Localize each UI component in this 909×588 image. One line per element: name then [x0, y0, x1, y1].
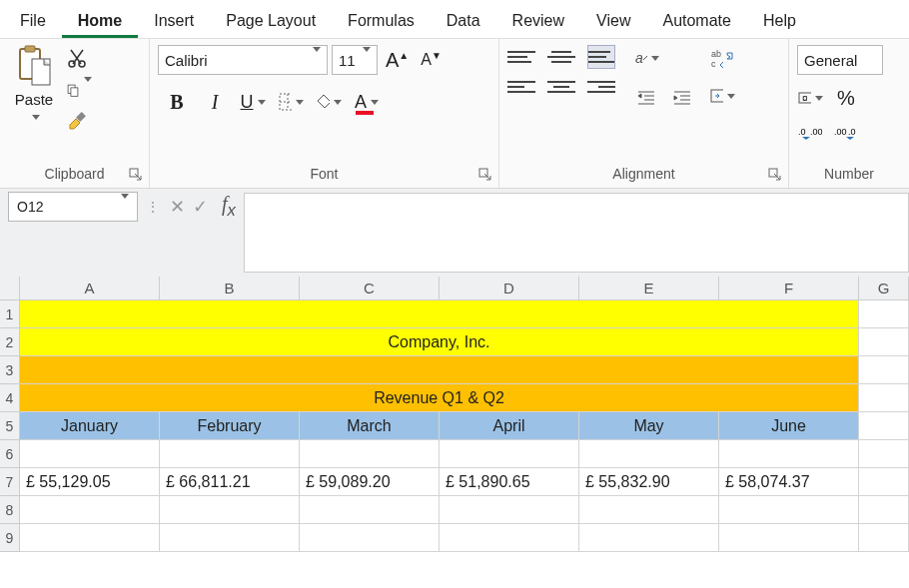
name-box[interactable]: O12 [8, 192, 138, 222]
enter-formula-icon[interactable]: ✓ [193, 196, 208, 218]
align-center-icon[interactable] [547, 75, 575, 99]
bold-button[interactable]: B [164, 89, 190, 115]
row-header-7[interactable]: 7 [0, 468, 20, 496]
cell[interactable]: £ 55,129.05 [20, 468, 160, 496]
shrink-font-icon[interactable]: A▼ [417, 50, 446, 69]
cell[interactable] [300, 440, 440, 468]
align-right-icon[interactable] [587, 75, 615, 99]
cell[interactable] [579, 496, 719, 524]
increase-decimal-icon[interactable]: .0.00 [797, 121, 823, 147]
cell[interactable] [859, 384, 909, 412]
align-middle-icon[interactable] [547, 45, 575, 69]
fill-color-button[interactable] [316, 89, 342, 115]
cell[interactable] [859, 440, 909, 468]
select-all-corner[interactable] [0, 277, 20, 300]
cell[interactable] [579, 440, 719, 468]
col-header-E[interactable]: E [579, 277, 719, 300]
cancel-formula-icon[interactable]: ✕ [170, 196, 185, 218]
menu-automate[interactable]: Automate [646, 4, 746, 38]
decrease-decimal-icon[interactable]: .00.0 [833, 121, 859, 147]
menu-formulas[interactable]: Formulas [332, 4, 431, 38]
row-header-8[interactable]: 8 [0, 496, 20, 524]
border-button[interactable] [278, 89, 304, 115]
merged-cell[interactable]: Company, Inc. [20, 328, 859, 356]
row-header-3[interactable]: 3 [0, 356, 20, 384]
font-launcher-icon[interactable] [478, 168, 492, 182]
col-header-G[interactable]: G [859, 277, 909, 300]
menu-home[interactable]: Home [62, 4, 138, 38]
cell[interactable]: £ 51,890.65 [440, 468, 579, 496]
cell[interactable]: April [440, 412, 579, 440]
row-header-4[interactable]: 4 [0, 384, 20, 412]
menu-page-layout[interactable]: Page Layout [210, 4, 332, 38]
row-header-9[interactable]: 9 [0, 524, 20, 552]
cell[interactable]: £ 58,074.37 [719, 468, 859, 496]
grow-font-icon[interactable]: A▲ [382, 49, 413, 72]
format-painter-icon[interactable] [66, 111, 88, 133]
row-header-6[interactable]: 6 [0, 440, 20, 468]
percent-icon[interactable]: % [833, 85, 859, 111]
row-header-1[interactable]: 1 [0, 300, 20, 328]
cell[interactable]: January [20, 412, 160, 440]
cell[interactable] [859, 356, 909, 384]
cell[interactable]: February [160, 412, 300, 440]
cell[interactable] [20, 496, 160, 524]
decrease-indent-icon[interactable] [633, 85, 659, 111]
wrap-text-icon[interactable]: abc [709, 45, 735, 71]
merged-cell[interactable] [20, 300, 859, 328]
formula-input[interactable] [244, 193, 909, 273]
copy-icon[interactable] [66, 79, 88, 101]
cell[interactable] [160, 524, 300, 552]
italic-button[interactable]: I [202, 89, 228, 115]
cell[interactable] [20, 440, 160, 468]
font-size-select[interactable]: 11 [332, 45, 378, 75]
cut-icon[interactable] [66, 47, 88, 69]
align-bottom-icon[interactable] [587, 45, 615, 69]
alignment-launcher-icon[interactable] [768, 168, 782, 182]
merged-cell[interactable] [20, 356, 859, 384]
underline-button[interactable]: U [240, 89, 266, 115]
col-header-D[interactable]: D [440, 277, 579, 300]
merge-button[interactable] [709, 83, 735, 109]
menu-insert[interactable]: Insert [138, 4, 210, 38]
cell[interactable] [859, 412, 909, 440]
fx-icon[interactable]: fx [222, 193, 236, 221]
cell[interactable] [440, 524, 579, 552]
cell[interactable] [440, 440, 579, 468]
cell[interactable] [160, 440, 300, 468]
cell[interactable] [859, 496, 909, 524]
cell[interactable] [300, 524, 440, 552]
cell[interactable]: £ 59,089.20 [300, 468, 440, 496]
cell[interactable] [20, 524, 160, 552]
cell[interactable] [300, 496, 440, 524]
cell[interactable] [160, 496, 300, 524]
menu-review[interactable]: Review [496, 4, 580, 38]
cell[interactable] [719, 496, 859, 524]
align-top-icon[interactable] [507, 45, 535, 69]
clipboard-launcher-icon[interactable] [129, 168, 143, 182]
cell[interactable] [440, 496, 579, 524]
menu-file[interactable]: File [4, 4, 62, 38]
increase-indent-icon[interactable] [669, 85, 695, 111]
font-name-select[interactable]: Calibri [158, 45, 328, 75]
cell[interactable] [859, 468, 909, 496]
merged-cell[interactable]: Revenue Q1 & Q2 [20, 384, 859, 412]
paste-dropdown[interactable] [21, 110, 47, 124]
row-header-5[interactable]: 5 [0, 412, 20, 440]
col-header-C[interactable]: C [300, 277, 440, 300]
cell[interactable] [719, 440, 859, 468]
col-header-A[interactable]: A [20, 277, 160, 300]
col-header-B[interactable]: B [160, 277, 300, 300]
cell[interactable]: June [719, 412, 859, 440]
font-color-button[interactable]: A [354, 89, 380, 115]
orientation-button[interactable]: a [633, 45, 659, 71]
number-format-select[interactable]: General [797, 45, 883, 75]
align-left-icon[interactable] [507, 75, 535, 99]
cell[interactable] [579, 524, 719, 552]
accounting-format-icon[interactable]: ¤ [797, 85, 823, 111]
cell[interactable]: £ 55,832.90 [579, 468, 719, 496]
cell[interactable]: March [300, 412, 440, 440]
cell[interactable]: May [579, 412, 719, 440]
cell[interactable] [859, 300, 909, 328]
menu-view[interactable]: View [580, 4, 646, 38]
